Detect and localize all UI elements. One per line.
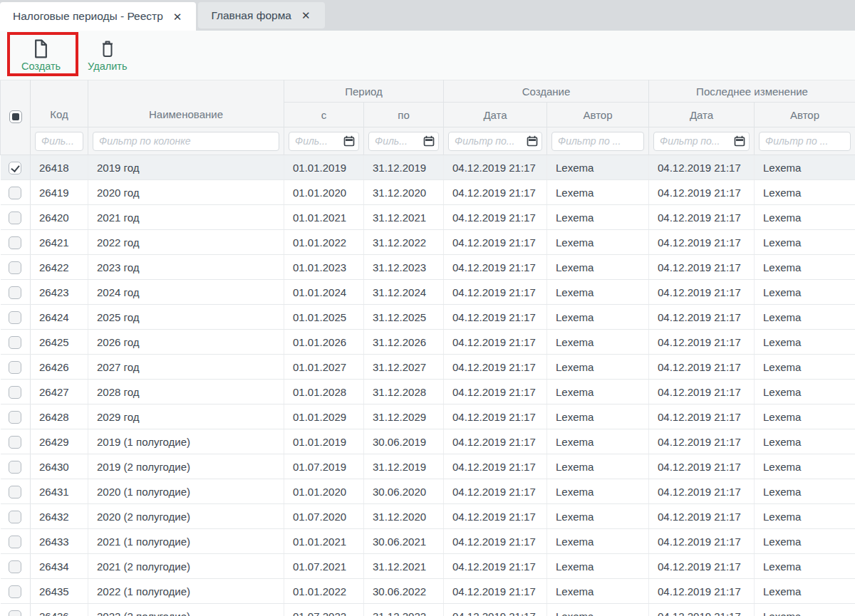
row-checkbox[interactable] <box>9 386 21 399</box>
tax-periods-table: Код Наименование Период Создание Последн… <box>0 80 855 616</box>
row-checkbox-cell <box>1 404 31 429</box>
cell-period-to: 31.12.2020 <box>364 504 444 529</box>
cell-modified-author: Lexema <box>755 380 855 404</box>
cell-period-from: 01.07.2020 <box>284 504 364 529</box>
cell-created-author: Lexema <box>547 479 649 504</box>
filter-name-input[interactable] <box>93 132 279 151</box>
cell-code: 26419 <box>31 180 88 205</box>
cell-code: 26425 <box>31 330 88 355</box>
cell-modified-date: 04.12.2019 21:17 <box>649 180 755 205</box>
row-checkbox[interactable] <box>9 536 21 548</box>
table-row[interactable]: 26432 2020 (2 полугодие) 01.07.2020 31.1… <box>1 504 855 529</box>
cell-modified-date: 04.12.2019 21:17 <box>649 155 755 180</box>
table-row[interactable]: 26418 2019 год 01.01.2019 31.12.2019 04.… <box>1 155 855 180</box>
row-checkbox[interactable] <box>9 261 21 274</box>
row-checkbox[interactable] <box>9 162 21 174</box>
table-row[interactable]: 26429 2019 (1 полугодие) 01.01.2019 30.0… <box>1 429 855 454</box>
select-all-checkbox[interactable] <box>9 110 22 123</box>
delete-button[interactable]: Удалить <box>85 39 130 72</box>
cell-created-date: 04.12.2019 21:17 <box>444 205 547 230</box>
cell-period-from: 01.01.2028 <box>284 380 364 404</box>
row-checkbox[interactable] <box>9 436 21 449</box>
row-checkbox[interactable] <box>9 511 21 523</box>
tab-main-form[interactable]: Главная форма ✕ <box>198 2 324 28</box>
cell-modified-date: 04.12.2019 21:17 <box>649 355 755 380</box>
row-checkbox[interactable] <box>9 486 21 498</box>
column-header-code[interactable]: Код <box>31 80 88 127</box>
cell-code: 26435 <box>31 579 88 604</box>
table-row[interactable]: 26433 2021 (1 полугодие) 01.01.2021 30.0… <box>1 529 855 554</box>
cell-created-date: 04.12.2019 21:17 <box>444 380 547 404</box>
cell-modified-author: Lexema <box>755 604 855 616</box>
table-row[interactable]: 26419 2020 год 01.01.2020 31.12.2020 04.… <box>1 180 855 205</box>
close-icon[interactable]: ✕ <box>300 9 312 22</box>
filter-code-input[interactable] <box>35 132 83 151</box>
cell-code: 26428 <box>31 404 88 429</box>
row-checkbox-cell <box>1 330 31 355</box>
column-header-modified-date[interactable]: Дата <box>649 103 755 127</box>
create-button[interactable]: Создать <box>19 39 63 72</box>
table-row[interactable]: 26423 2024 год 01.01.2024 31.12.2024 04.… <box>1 280 855 305</box>
row-checkbox[interactable] <box>9 610 21 616</box>
cell-period-to: 31.12.2019 <box>364 155 444 180</box>
row-checkbox[interactable] <box>9 236 21 249</box>
calendar-icon[interactable] <box>343 135 355 147</box>
table-row[interactable]: 26420 2021 год 01.01.2021 31.12.2021 04.… <box>1 205 855 230</box>
row-checkbox[interactable] <box>9 411 21 424</box>
cell-name: 2021 год <box>88 205 284 230</box>
table-row[interactable]: 26430 2019 (2 полугодие) 01.07.2019 31.1… <box>1 454 855 479</box>
column-header-modified-author[interactable]: Автор <box>755 103 855 127</box>
cell-created-date: 04.12.2019 21:17 <box>444 504 547 529</box>
tab-label: Главная форма <box>211 9 291 22</box>
row-checkbox[interactable] <box>9 311 21 324</box>
filter-created-author-input[interactable] <box>551 132 644 151</box>
calendar-icon[interactable] <box>423 135 435 147</box>
row-checkbox[interactable] <box>9 560 21 573</box>
table-row[interactable]: 26424 2025 год 01.01.2025 31.12.2025 04.… <box>1 305 855 330</box>
cell-created-author: Lexema <box>547 255 649 280</box>
cell-created-author: Lexema <box>547 205 649 230</box>
close-icon[interactable]: ✕ <box>172 10 184 24</box>
table-row[interactable]: 26422 2023 год 01.01.2023 31.12.2023 04.… <box>1 255 855 280</box>
cell-code: 26431 <box>31 479 88 504</box>
cell-period-from: 01.07.2019 <box>284 454 364 479</box>
column-header-name[interactable]: Наименование <box>88 80 284 127</box>
tab-tax-periods[interactable]: Налоговые периоды - Реестр ✕ <box>0 2 196 31</box>
cell-created-author: Lexema <box>547 355 649 380</box>
table-row[interactable]: 26431 2020 (1 полугодие) 01.01.2020 30.0… <box>1 479 855 504</box>
filter-modified-author-input[interactable] <box>759 132 851 151</box>
row-checkbox[interactable] <box>9 212 21 224</box>
row-checkbox[interactable] <box>9 187 21 199</box>
cell-created-date: 04.12.2019 21:17 <box>444 355 547 380</box>
column-header-created-author[interactable]: Автор <box>547 103 649 127</box>
table-row[interactable]: 26428 2029 год 01.01.2029 31.12.2029 04.… <box>1 404 855 429</box>
cell-period-from: 01.01.2022 <box>284 579 364 604</box>
table-row[interactable]: 26426 2027 год 01.01.2027 31.12.2027 04.… <box>1 355 855 380</box>
table-row[interactable]: 26435 2022 (1 полугодие) 01.01.2022 30.0… <box>1 579 855 604</box>
cell-period-to: 31.12.2029 <box>364 404 444 429</box>
table-row[interactable]: 26427 2028 год 01.01.2028 31.12.2028 04.… <box>1 380 855 404</box>
table-row[interactable]: 26421 2022 год 01.01.2022 31.12.2022 04.… <box>1 230 855 255</box>
row-checkbox[interactable] <box>9 286 21 299</box>
column-header-to[interactable]: по <box>364 103 444 127</box>
cell-modified-author: Lexema <box>755 230 855 255</box>
cell-modified-date: 04.12.2019 21:17 <box>649 479 755 504</box>
calendar-icon[interactable] <box>527 135 538 147</box>
column-header-created-date[interactable]: Дата <box>444 103 547 127</box>
cell-created-author: Lexema <box>547 155 649 180</box>
row-checkbox[interactable] <box>9 361 21 374</box>
column-header-from[interactable]: с <box>284 103 364 127</box>
table-row[interactable]: 26434 2021 (2 полугодие) 01.07.2021 31.1… <box>1 554 855 579</box>
table-row[interactable]: 26425 2026 год 01.01.2026 31.12.2026 04.… <box>1 330 855 355</box>
table-row[interactable]: 26436 2022 (2 полугодие) 01.07.2022 31.1… <box>1 604 855 616</box>
calendar-icon[interactable] <box>734 135 745 147</box>
row-checkbox[interactable] <box>9 336 21 349</box>
cell-code: 26424 <box>31 305 88 330</box>
cell-period-from: 01.07.2021 <box>284 554 364 579</box>
cell-period-from: 01.01.2022 <box>284 230 364 255</box>
row-checkbox[interactable] <box>9 585 21 598</box>
row-checkbox[interactable] <box>9 461 21 474</box>
cell-created-date: 04.12.2019 21:17 <box>444 529 547 554</box>
cell-code: 26433 <box>31 529 88 554</box>
cell-created-date: 04.12.2019 21:17 <box>444 479 547 504</box>
